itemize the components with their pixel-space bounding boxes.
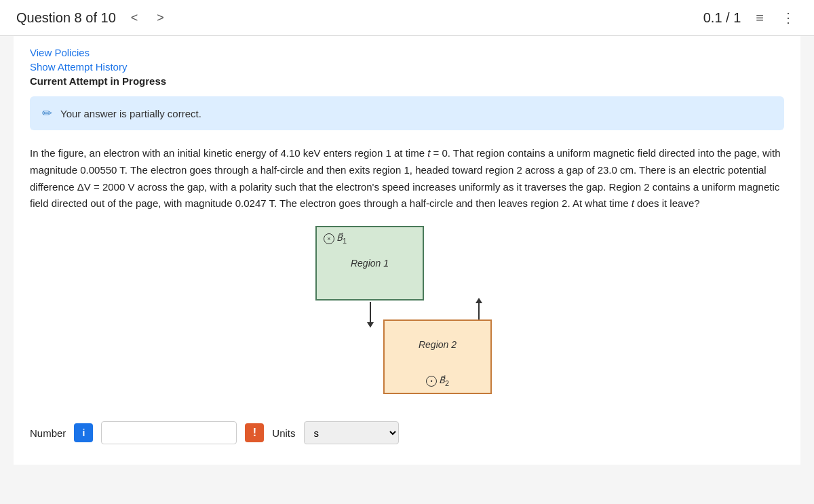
- show-attempt-row: Show Attempt History: [30, 61, 784, 73]
- question-label: Question 8 of 10: [16, 10, 116, 26]
- pencil-icon: ✏: [42, 106, 52, 121]
- number-input[interactable]: [101, 421, 237, 444]
- top-left-nav: Question 8 of 10 < >: [16, 9, 168, 26]
- b2-label: • B⃗2: [426, 375, 449, 387]
- answer-input-row: Number i ! Units s ms μs ns: [30, 421, 784, 444]
- list-icon-button[interactable]: ≡: [753, 9, 767, 27]
- next-question-button[interactable]: >: [153, 9, 168, 26]
- units-select[interactable]: s ms μs ns: [304, 421, 399, 444]
- figure-container: × B⃗1 Region 1 Region 2 •: [315, 226, 499, 402]
- info-button[interactable]: i: [74, 423, 93, 442]
- top-right-controls: 0.1 / 1 ≡ ⋮: [703, 8, 798, 27]
- show-attempt-link[interactable]: Show Attempt History: [30, 61, 127, 73]
- warning-button[interactable]: !: [245, 423, 264, 442]
- region2-text-label: Region 2: [419, 339, 457, 350]
- units-label: Units: [272, 427, 295, 439]
- prev-question-button[interactable]: <: [127, 9, 142, 26]
- b2-vector-label: B⃗2: [439, 375, 449, 387]
- alert-text: Your answer is partially correct.: [60, 108, 201, 119]
- view-policies-link[interactable]: View Policies: [30, 47, 90, 58]
- main-content: View Policies Show Attempt History Curre…: [14, 36, 800, 465]
- circle-dot-icon: •: [426, 376, 437, 387]
- arrow-down-icon: [370, 302, 371, 324]
- current-attempt-label: Current Attempt in Progress: [30, 75, 784, 87]
- b1-vector-label: B⃗1: [336, 233, 347, 245]
- top-bar: Question 8 of 10 < > 0.1 / 1 ≡ ⋮: [0, 0, 814, 36]
- b1-label: × B⃗1: [324, 233, 347, 245]
- score-label: 0.1 / 1: [703, 10, 741, 26]
- region1-text-label: Region 1: [351, 258, 389, 269]
- view-policies-row: View Policies: [30, 47, 784, 58]
- alert-box: ✏ Your answer is partially correct.: [30, 96, 784, 130]
- region1-box: × B⃗1 Region 1: [315, 226, 424, 301]
- number-label: Number: [30, 427, 66, 439]
- circle-x-icon: ×: [324, 233, 334, 244]
- more-options-button[interactable]: ⋮: [779, 8, 798, 27]
- question-text: In the figure, an electron with an initi…: [30, 145, 784, 212]
- figure-area: × B⃗1 Region 1 Region 2 •: [30, 226, 784, 402]
- region2-box: Region 2 • B⃗2: [383, 319, 492, 394]
